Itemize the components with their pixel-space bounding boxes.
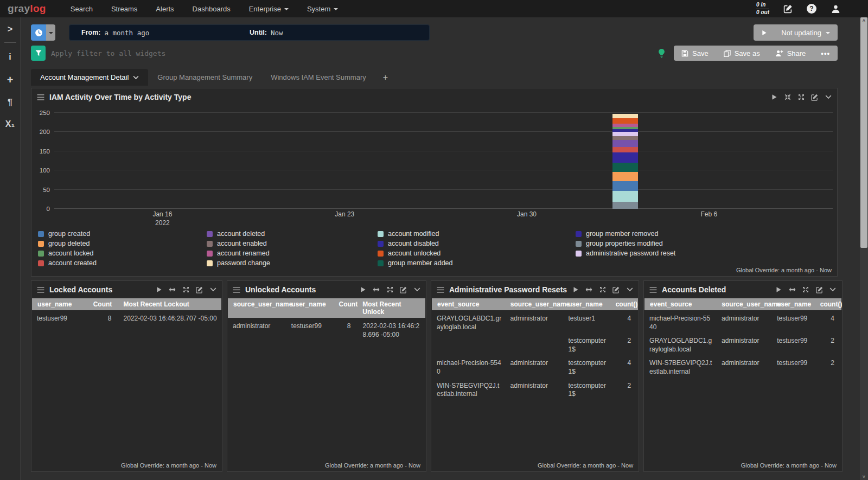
edit-icon[interactable] xyxy=(196,286,203,293)
vertical-scrollbar[interactable]: ˄ ˅ xyxy=(860,17,868,480)
expand-icon[interactable] xyxy=(182,286,189,293)
chevron-down-icon[interactable] xyxy=(413,286,420,293)
sidebar-add-icon[interactable]: + xyxy=(7,74,14,85)
sidebar-expand-panel-icon[interactable]: > xyxy=(8,25,12,34)
nav-item-alerts[interactable]: Alerts xyxy=(146,0,183,17)
expand-icon[interactable] xyxy=(802,286,809,293)
play-icon[interactable] xyxy=(155,286,162,293)
user-icon[interactable] xyxy=(830,3,841,14)
legend-item-group-properties-modified[interactable]: group properties modified xyxy=(576,239,831,248)
scroll-up-arrow[interactable]: ˄ xyxy=(860,18,868,23)
legend-item-account-unlocked[interactable]: account unlocked xyxy=(378,249,576,258)
play-icon[interactable] xyxy=(572,286,579,293)
edit-icon[interactable] xyxy=(816,286,823,293)
column-header-count[interactable]: Count xyxy=(335,298,359,318)
compress-icon[interactable] xyxy=(784,94,791,101)
legend-item-group-member-removed[interactable]: group member removed xyxy=(576,229,831,238)
legend-item-group-created[interactable]: group created xyxy=(38,229,207,238)
timerange-dropdown-button[interactable] xyxy=(46,24,55,41)
play-icon[interactable] xyxy=(770,94,777,101)
legend-item-password-change[interactable]: password change xyxy=(207,259,378,267)
save-as-button[interactable]: Save as xyxy=(716,46,768,61)
nav-item-enterprise[interactable]: Enterprise xyxy=(240,0,298,17)
legend-item-account-locked[interactable]: account locked xyxy=(38,249,207,258)
bar-segment-account-modified[interactable] xyxy=(612,191,638,202)
nav-item-streams[interactable]: Streams xyxy=(102,0,146,17)
arrows-h-icon[interactable] xyxy=(789,286,796,293)
hint-lightbulb-icon[interactable] xyxy=(658,49,665,58)
column-header-count[interactable]: count() xyxy=(816,298,841,310)
bar-segment-account-created[interactable] xyxy=(612,147,638,153)
bar-segment-account-unlocked[interactable] xyxy=(612,118,638,124)
throughput-indicator[interactable]: 0 in 0 out xyxy=(756,2,769,16)
nav-item-system[interactable]: System xyxy=(298,0,347,17)
graylog-logo[interactable]: graylog xyxy=(8,3,46,15)
column-header-source-user-name[interactable]: source_user_name xyxy=(228,298,287,318)
arrows-h-icon[interactable] xyxy=(373,286,380,293)
legend-item-administrative-password-reset[interactable]: administrative password reset xyxy=(576,249,831,258)
bar-segment-account-deleted[interactable] xyxy=(612,140,638,147)
chevron-down-icon[interactable] xyxy=(825,94,832,101)
bar-segment-group-created[interactable] xyxy=(612,181,638,191)
play-icon[interactable] xyxy=(359,286,366,293)
column-header-source-user-name[interactable]: source_user_name xyxy=(717,298,773,310)
bar-segment-group-deleted[interactable] xyxy=(612,172,638,181)
column-header-source-user-name[interactable]: source_user_name xyxy=(506,298,564,310)
drag-handle-icon[interactable] xyxy=(37,94,44,100)
share-button[interactable]: Share xyxy=(768,46,814,61)
arrows-h-icon[interactable] xyxy=(585,286,592,293)
tab-account-management-detail[interactable]: Account Management Detail xyxy=(31,69,148,86)
column-header-count[interactable]: count() xyxy=(611,298,638,310)
nav-item-dashboards[interactable]: Dashboards xyxy=(183,0,240,17)
legend-item-account-disabled[interactable]: account disabled xyxy=(378,239,576,248)
timerange-display[interactable]: From: a month ago Until: Now xyxy=(69,24,430,41)
help-icon[interactable]: ? xyxy=(806,3,817,14)
column-header-event-source[interactable]: event_source xyxy=(644,298,717,310)
widget-filter-input[interactable] xyxy=(51,46,387,61)
nav-item-search[interactable]: Search xyxy=(61,0,102,17)
play-icon[interactable] xyxy=(775,286,782,293)
tab-windows-iam-event-summary[interactable]: Windows IAM Event Summary xyxy=(261,69,375,86)
chevron-down-icon[interactable] xyxy=(829,286,837,293)
bar-segment-administrative-password-reset[interactable] xyxy=(612,132,638,136)
bar-segment-group-member-removed[interactable] xyxy=(612,152,638,162)
column-header-user-name[interactable]: user_name xyxy=(564,298,611,310)
legend-item-account-created[interactable]: account created xyxy=(38,259,207,267)
chevron-down-icon[interactable] xyxy=(626,286,633,293)
bar-segment-group-properties-modified[interactable] xyxy=(612,202,638,209)
column-header-user-name[interactable]: user_name xyxy=(32,298,89,310)
drag-handle-icon[interactable] xyxy=(437,286,444,293)
drag-handle-icon[interactable] xyxy=(37,286,44,293)
column-header-most-recent-unlock[interactable]: Most Recent Unlock xyxy=(358,298,425,318)
column-header-count[interactable]: Count xyxy=(89,298,119,310)
drag-handle-icon[interactable] xyxy=(233,286,240,293)
clock-icon[interactable] xyxy=(31,24,46,41)
edit-icon[interactable] xyxy=(400,286,407,293)
chevron-down-icon[interactable] xyxy=(209,286,216,293)
drag-handle-icon[interactable] xyxy=(649,286,657,293)
expand-icon[interactable] xyxy=(599,286,606,293)
legend-item-account-deleted[interactable]: account deleted xyxy=(207,229,378,238)
add-tab-button[interactable]: + xyxy=(375,69,395,86)
expand-icon[interactable] xyxy=(386,286,393,293)
save-button[interactable]: Save xyxy=(674,46,716,61)
scrollbar-thumb[interactable] xyxy=(860,17,867,248)
expand-icon[interactable] xyxy=(797,94,805,101)
refresh-controls-button[interactable]: Not updating xyxy=(754,24,838,41)
arrows-h-icon[interactable] xyxy=(169,286,176,293)
legend-item-group-deleted[interactable]: group deleted xyxy=(38,239,207,248)
sidebar-pilcrow-icon[interactable]: ¶ xyxy=(8,98,12,107)
stacked-bar[interactable] xyxy=(612,108,638,209)
legend-item-account-modified[interactable]: account modified xyxy=(378,229,576,238)
sidebar-subscript-x1-icon[interactable]: X₁ xyxy=(5,120,15,129)
column-header-event-source[interactable]: event_source xyxy=(432,298,506,310)
filter-funnel-icon[interactable] xyxy=(31,46,46,61)
scroll-down-arrow[interactable]: ˅ xyxy=(860,474,868,479)
legend-item-account-renamed[interactable]: account renamed xyxy=(207,249,378,258)
legend-item-account-enabled[interactable]: account enabled xyxy=(207,239,378,248)
edit-icon[interactable] xyxy=(811,94,818,101)
bar-segment-password-change[interactable] xyxy=(612,114,638,118)
sidebar-info-icon[interactable]: i xyxy=(9,53,11,61)
column-header-user-name[interactable]: user_name xyxy=(773,298,816,310)
compose-icon[interactable] xyxy=(782,3,793,14)
